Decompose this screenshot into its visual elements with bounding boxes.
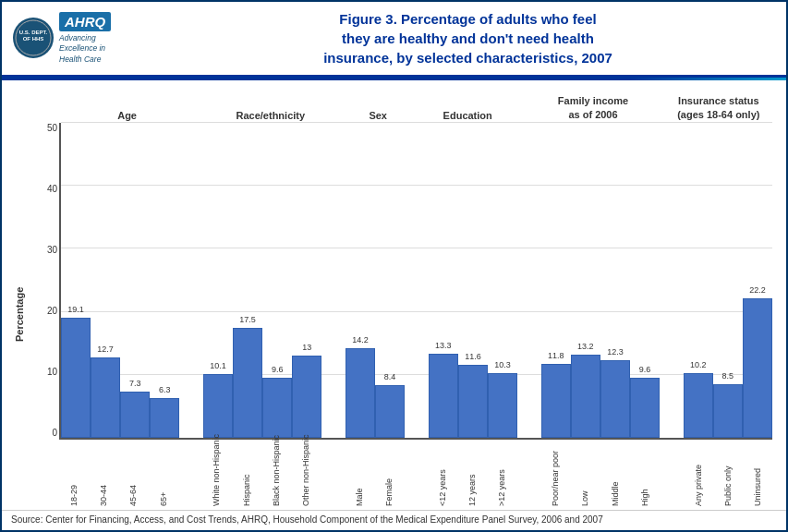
source-text: Source: Center for Financing, Access, an… — [11, 514, 603, 525]
x-tick-label: Middle — [611, 443, 620, 506]
x-tick-label: 65+ — [159, 443, 168, 506]
hhs-logo: U.S. DEPT. OF HHS — [13, 18, 54, 58]
x-tick-label: Low — [580, 443, 589, 506]
bar: 13.3 — [429, 354, 458, 438]
category-labels-row: Age Race/ethnicity Sex Education Family … — [55, 84, 772, 121]
bar: 22.2 — [743, 298, 772, 438]
chart-container: Age Race/ethnicity Sex Education Family … — [2, 80, 786, 510]
x-tick-label: 45-64 — [128, 443, 138, 506]
bar-value-label: 7.3 — [129, 379, 141, 388]
plot-inner: 0 10 20 30 40 50 19.112.77.36.310.117.59… — [59, 123, 772, 440]
cat-label-age: Age — [55, 110, 199, 121]
bar-value-label: 22.2 — [749, 285, 766, 295]
bar-value-label: 12.7 — [97, 345, 114, 354]
bar: 12.7 — [91, 357, 120, 438]
x-tick-label: White non-Hispanic — [212, 443, 221, 506]
bars-container: 19.112.77.36.310.117.59.61314.28.413.311… — [61, 123, 772, 438]
svg-text:U.S. DEPT.: U.S. DEPT. — [19, 30, 48, 35]
bar: 8.5 — [713, 384, 743, 438]
bar-value-label: 14.2 — [352, 335, 369, 345]
x-labels-row: 18-2930-4445-6465+White non-HispanicHisp… — [59, 440, 772, 506]
bar-value-label: 19.1 — [67, 305, 84, 314]
bar-value-label: 8.5 — [722, 371, 734, 381]
bar-value-label: 11.6 — [465, 352, 481, 361]
cat-label-education: Education — [414, 110, 521, 121]
bar-value-label: 12.3 — [607, 347, 624, 357]
bar-value-label: 10.1 — [210, 361, 226, 370]
x-tick-label: 18-29 — [69, 443, 79, 506]
svg-text:OF HHS: OF HHS — [23, 36, 44, 42]
cat-label-sex: Sex — [342, 110, 414, 121]
y-axis-label: Percentage — [11, 123, 28, 506]
x-tick-label: <12 years — [438, 443, 447, 506]
bar: 11.8 — [541, 364, 571, 438]
cat-label-race: Race/ethnicity — [199, 110, 342, 121]
ahrq-badge: AHRQ — [59, 12, 111, 31]
bar-value-label: 11.8 — [548, 351, 564, 360]
bar-value-label: 6.3 — [159, 385, 171, 394]
ahrq-logo-block: AHRQ AdvancingExcellence inHealth Care — [59, 12, 111, 64]
bar-value-label: 10.2 — [690, 360, 707, 369]
bar-value-label: 13.3 — [435, 341, 452, 350]
x-tick-label: Other non-Hispanic — [301, 443, 310, 506]
bar: 14.2 — [346, 348, 375, 438]
x-tick-label: Any private — [694, 443, 703, 506]
bar: 7.3 — [120, 392, 150, 438]
title-area: Figure 3. Percentage of adults who feel … — [161, 9, 775, 67]
ahrq-subtext: AdvancingExcellence inHealth Care — [59, 33, 111, 64]
bar-value-label: 10.3 — [494, 360, 511, 369]
bar-value-label: 13.2 — [577, 342, 594, 351]
x-tick-label: Black non-Hispanic — [272, 443, 281, 506]
bar-value-label: 9.6 — [639, 365, 651, 374]
bar-value-label: 8.4 — [384, 372, 396, 381]
bar: 6.3 — [150, 398, 179, 438]
bar: 8.4 — [375, 385, 405, 438]
cat-label-income: Family incomeas of 2006 — [521, 94, 664, 121]
logo-area: U.S. DEPT. OF HHS AHRQ AdvancingExcellen… — [13, 12, 161, 64]
x-tick-label: High — [640, 443, 649, 506]
y-axis-ticks: 0 10 20 30 40 50 — [28, 123, 57, 438]
page-container: U.S. DEPT. OF HHS AHRQ AdvancingExcellen… — [0, 0, 788, 532]
bar: 17.5 — [233, 328, 262, 438]
x-tick-label: Male — [355, 443, 364, 506]
bar: 10.2 — [684, 373, 713, 438]
bar: 13 — [292, 356, 321, 438]
x-tick-label: Poor/near poor — [551, 443, 560, 506]
chart-title: Figure 3. Percentage of adults who feel … — [161, 9, 775, 67]
bar: 13.2 — [571, 355, 600, 438]
bar: 12.3 — [600, 360, 630, 438]
x-tick-label: Female — [384, 443, 394, 506]
bar-value-label: 9.6 — [272, 365, 284, 374]
bar: 19.1 — [61, 318, 91, 438]
x-tick-label: Hispanic — [242, 443, 251, 506]
x-tick-label: >12 years — [497, 443, 506, 506]
footer: Source: Center for Financing, Access, an… — [2, 510, 786, 530]
x-tick-label: 12 years — [467, 443, 477, 506]
x-tick-label: Uninsured — [753, 443, 762, 506]
bar: 10.3 — [488, 373, 517, 438]
chart-area: Percentage 0 10 20 30 40 50 — [11, 123, 777, 506]
x-tick-label: Public only — [723, 443, 733, 506]
bar: 10.1 — [203, 374, 233, 438]
x-tick-label: 30-44 — [99, 443, 108, 506]
plot-area: 0 10 20 30 40 50 19.112.77.36.310.117.59… — [30, 123, 777, 506]
bar: 9.6 — [262, 378, 292, 438]
header: U.S. DEPT. OF HHS AHRQ AdvancingExcellen… — [2, 2, 786, 78]
bar: 11.6 — [458, 365, 488, 438]
bar: 9.6 — [630, 378, 660, 438]
bar-value-label: 17.5 — [239, 315, 256, 324]
cat-label-insurance: Insurance status(ages 18-64 only) — [665, 94, 772, 121]
bar-value-label: 13 — [302, 343, 311, 352]
